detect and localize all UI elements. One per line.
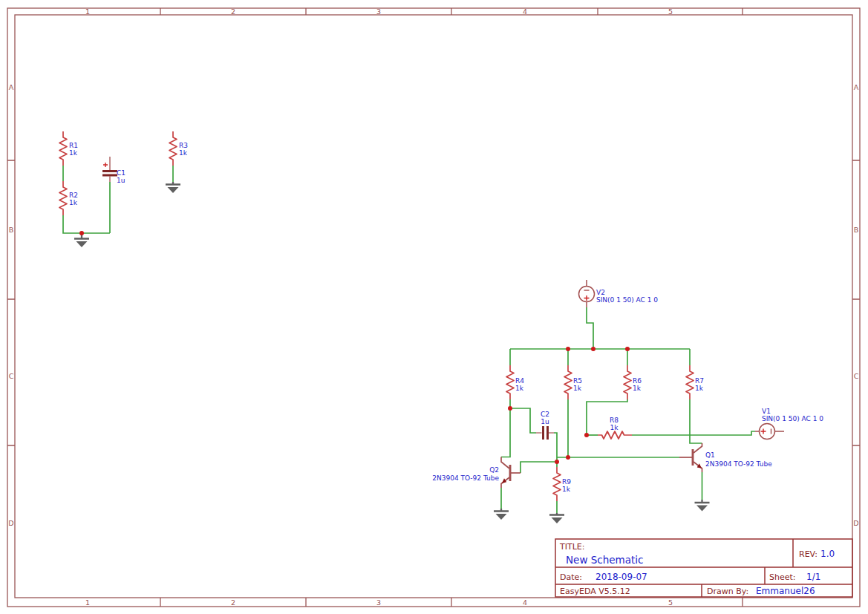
- value-label: 2N3904 TO-92 Tube: [432, 474, 499, 482]
- wire[interactable]: [587, 307, 593, 349]
- ruler-col-label: 1: [85, 7, 90, 16]
- software-version: EasyEDA V5.5.12: [560, 587, 630, 596]
- capacitor-plates[interactable]: [544, 426, 548, 440]
- resistor-symbol[interactable]: [598, 431, 632, 439]
- polarity-plus-icon: [761, 429, 766, 434]
- resistor-R3[interactable]: R3 1k: [169, 131, 188, 166]
- wire[interactable]: [63, 215, 110, 233]
- wire[interactable]: [632, 431, 755, 435]
- ruler-row-label: D: [853, 519, 858, 527]
- voltage-source-V1[interactable]: V1 SIN(0 1 50) AC 1 0: [755, 408, 823, 440]
- ruler-row-label: D: [8, 519, 13, 527]
- schematic-canvas[interactable]: 1 2 3 4 5 1 2 3 4 5 A B C D A B C D: [0, 0, 868, 614]
- refdes-label: Q1: [705, 451, 715, 459]
- ground-symbol[interactable]: [695, 500, 710, 512]
- ruler-col-label: 4: [523, 7, 527, 16]
- refdes-label: C1: [117, 169, 125, 177]
- sheet-label: Sheet:: [769, 572, 796, 582]
- refdes-label: R6: [633, 377, 642, 385]
- ground-triangle[interactable]: [168, 187, 179, 193]
- value-label: 1k: [633, 385, 642, 392]
- value-label: SIN(0 1 50) AC 1 0: [762, 415, 823, 422]
- refdes-label: R5: [573, 377, 582, 385]
- ruler-row-label: A: [854, 83, 859, 91]
- ground-symbol[interactable]: [549, 513, 564, 523]
- resistor-symbol[interactable]: [506, 365, 514, 399]
- sheet-frame: 1 2 3 4 5 1 2 3 4 5 A B C D A B C D: [7, 7, 860, 607]
- transistor-collector[interactable]: [501, 457, 509, 469]
- voltage-source-V2[interactable]: V2 SIN(0 1 50) AC 1 0: [579, 280, 659, 307]
- rev-value: 1.0: [820, 549, 835, 559]
- date-label: Date:: [560, 572, 582, 582]
- junction-dot: [79, 231, 84, 235]
- junction-dot: [555, 460, 559, 464]
- resistor-R1[interactable]: R1 1k: [59, 131, 78, 166]
- wire[interactable]: [501, 408, 510, 457]
- capacitor-C2[interactable]: C2 1u: [536, 411, 554, 440]
- ruler-col-label: 3: [376, 598, 381, 607]
- emitter-arrow-icon: [697, 463, 702, 468]
- refdes-label: R1: [69, 142, 78, 149]
- refdes-label: V2: [596, 289, 605, 296]
- refdes-label: V1: [762, 408, 771, 415]
- value-label: SIN(0 1 50) AC 1 0: [596, 296, 658, 304]
- refdes-label: C2: [541, 411, 549, 418]
- capacitor-plates[interactable]: [102, 172, 117, 176]
- resistor-symbol[interactable]: [624, 365, 631, 399]
- resistor-symbol[interactable]: [564, 365, 572, 399]
- ground-bar[interactable]: [549, 513, 564, 515]
- junction-dot: [566, 347, 570, 351]
- junction-dot: [584, 433, 589, 437]
- wire[interactable]: [587, 349, 627, 435]
- ruler-col-label: 5: [668, 598, 673, 607]
- ruler-col-label: 5: [668, 7, 673, 16]
- ground-triangle[interactable]: [76, 241, 88, 247]
- ground-bar[interactable]: [494, 509, 509, 512]
- resistor-R9[interactable]: R9 1k: [553, 467, 571, 501]
- junction-dot: [625, 347, 630, 351]
- value-label: 1k: [69, 149, 78, 157]
- drawn-by-label: Drawn By:: [707, 587, 748, 596]
- resistor-R7[interactable]: R7 1k: [686, 365, 704, 399]
- ground-triangle[interactable]: [552, 517, 563, 523]
- ground-triangle[interactable]: [696, 506, 708, 512]
- capacitor-C1[interactable]: C1 1u: [102, 157, 125, 184]
- resistor-symbol[interactable]: [169, 131, 177, 166]
- ground-bar[interactable]: [695, 500, 710, 503]
- resistor-symbol[interactable]: [59, 131, 67, 166]
- ruler-col-label: 3: [376, 7, 381, 16]
- resistor-R2[interactable]: R2 1k: [59, 181, 78, 215]
- transistor-collector[interactable]: [694, 443, 702, 453]
- ruler-row-label: C: [9, 372, 14, 380]
- wire[interactable]: [690, 349, 702, 443]
- value-label: 1k: [610, 424, 619, 431]
- wire[interactable]: [510, 408, 536, 433]
- wire[interactable]: [554, 433, 557, 457]
- transistor-Q1[interactable]: Q1 2N3904 TO-92 Tube: [679, 443, 772, 472]
- resistor-R6[interactable]: R6 1k: [624, 365, 642, 399]
- ground-bar[interactable]: [166, 182, 180, 185]
- wires[interactable]: [63, 166, 755, 513]
- value-label: 1u: [117, 177, 125, 184]
- junction-dot: [508, 406, 512, 411]
- wire[interactable]: [521, 457, 557, 473]
- resistor-symbol[interactable]: [686, 365, 694, 399]
- ruler-col-label: 2: [231, 7, 235, 16]
- date-value: 2018-09-07: [595, 572, 647, 582]
- frame-bottom-ticks: [160, 598, 743, 607]
- value-label: 1k: [695, 385, 704, 392]
- ruler-row-label: B: [9, 226, 14, 234]
- ruler-col-label: 1: [85, 598, 90, 607]
- transistor-Q2[interactable]: Q2 2N3904 TO-92 Tube: [432, 457, 521, 489]
- resistor-R4[interactable]: R4 1k: [506, 365, 524, 399]
- resistor-R8[interactable]: R8 1k: [598, 417, 632, 439]
- resistor-R5[interactable]: R5 1k: [564, 365, 582, 399]
- ground-symbol[interactable]: [494, 509, 509, 520]
- resistor-symbol[interactable]: [553, 467, 561, 501]
- ground-symbol[interactable]: [166, 182, 180, 193]
- junction-dot: [566, 455, 570, 460]
- ground-triangle[interactable]: [496, 514, 507, 520]
- resistor-symbol[interactable]: [59, 181, 67, 215]
- refdes-label: R7: [695, 377, 704, 385]
- title-label: TITLE:: [559, 542, 584, 552]
